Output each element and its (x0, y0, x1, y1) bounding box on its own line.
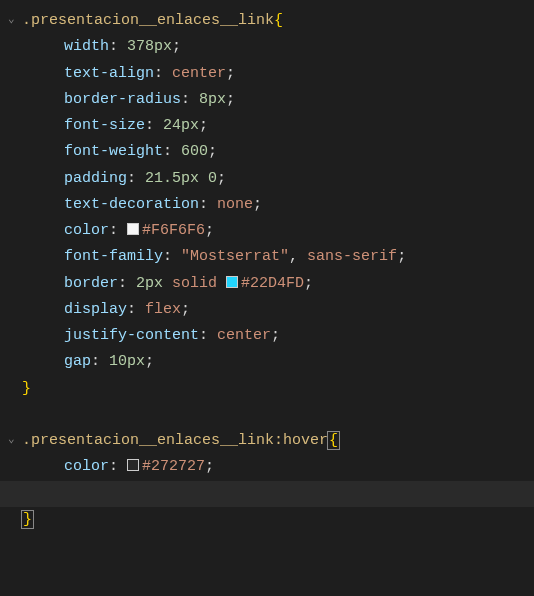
code-line[interactable]: border-radius: 8px; (0, 87, 534, 113)
code-line[interactable]: ⌄.presentacion__enlaces__link{ (0, 8, 534, 34)
code-line[interactable]: color: #F6F6F6; (0, 218, 534, 244)
code-line[interactable]: font-family: "Mostserrat", sans-serif; (0, 244, 534, 270)
css-value: center (217, 327, 271, 344)
css-property: border-radius (64, 91, 181, 108)
css-value: #272727 (142, 458, 205, 475)
css-property: text-decoration (64, 196, 199, 213)
code-line[interactable]: font-size: 24px; (0, 113, 534, 139)
fold-chevron-icon[interactable]: ⌄ (8, 430, 22, 449)
code-line[interactable]: padding: 21.5px 0; (0, 166, 534, 192)
code-line[interactable]: font-weight: 600; (0, 139, 534, 165)
code-line[interactable]: text-align: center; (0, 61, 534, 87)
open-brace: { (274, 12, 283, 29)
open-brace: { (327, 431, 340, 450)
css-value: #F6F6F6 (142, 222, 205, 239)
code-line[interactable]: justify-content: center; (0, 323, 534, 349)
code-line[interactable]: border: 2px solid #22D4FD; (0, 271, 534, 297)
css-value: 2px (136, 275, 163, 292)
css-property: gap (64, 353, 91, 370)
css-property: width (64, 38, 109, 55)
css-value: none (217, 196, 253, 213)
css-property: padding (64, 170, 127, 187)
close-brace: } (22, 380, 31, 397)
css-value: 21.5px (145, 170, 199, 187)
css-value: 24px (163, 117, 199, 134)
css-value: 8px (199, 91, 226, 108)
code-line[interactable]: } (0, 376, 534, 402)
code-line[interactable]: color: #272727; (0, 454, 534, 480)
css-value: 600 (181, 143, 208, 160)
code-line[interactable]: } (0, 507, 534, 533)
close-brace: } (21, 510, 34, 529)
css-property: color (64, 458, 109, 475)
css-property: text-align (64, 65, 154, 82)
css-value: "Mostserrat" (181, 248, 289, 265)
code-line[interactable]: width: 378px; (0, 34, 534, 60)
css-property: color (64, 222, 109, 239)
color-swatch-icon[interactable] (226, 276, 238, 288)
css-selector: .presentacion__enlaces__link:hover (22, 432, 328, 449)
css-value: 10px (109, 353, 145, 370)
fold-chevron-icon[interactable]: ⌄ (8, 10, 22, 29)
css-property: font-family (64, 248, 163, 265)
code-line[interactable]: ⌄.presentacion__enlaces__link:hover{ (0, 428, 534, 454)
css-value: sans-serif (307, 248, 397, 265)
css-property: justify-content (64, 327, 199, 344)
css-property: font-weight (64, 143, 163, 160)
color-swatch-icon[interactable] (127, 459, 139, 471)
code-line[interactable]: display: flex; (0, 297, 534, 323)
css-property: border (64, 275, 118, 292)
css-property: display (64, 301, 127, 318)
css-value: center (172, 65, 226, 82)
code-line[interactable]: text-decoration: none; (0, 192, 534, 218)
color-swatch-icon[interactable] (127, 223, 139, 235)
css-value: solid (172, 275, 217, 292)
blank-line[interactable] (0, 402, 534, 428)
code-line[interactable]: gap: 10px; (0, 349, 534, 375)
css-value: 0 (208, 170, 217, 187)
css-selector: .presentacion__enlaces__link (22, 12, 274, 29)
css-value: 378px (127, 38, 172, 55)
css-value: flex (145, 301, 181, 318)
cursor-line[interactable] (0, 481, 534, 507)
css-value: #22D4FD (241, 275, 304, 292)
css-property: font-size (64, 117, 145, 134)
